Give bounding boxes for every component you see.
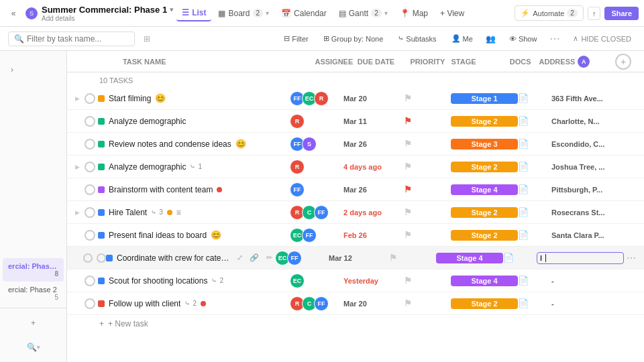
expand-button[interactable] — [72, 185, 82, 194]
avatar-group: R C FF — [290, 296, 343, 311]
table-row[interactable]: Review notes and condense ideas 😊 FF S M… — [67, 133, 644, 156]
stage-badge[interactable]: Stage 2 — [451, 162, 518, 172]
project-title-chevron[interactable]: ▾ — [170, 5, 174, 14]
add-column-button[interactable]: + — [615, 54, 631, 70]
nav-map[interactable]: 📍 Map — [394, 6, 433, 21]
people-icon[interactable]: 👥 — [483, 31, 499, 47]
topbar-nav: ☰ List ▦ Board 2 ▾ 📅 Calendar ▤ Gantt 2 … — [176, 5, 512, 21]
task-checkbox[interactable] — [83, 253, 93, 263]
task-address-editing[interactable]: I — [537, 252, 624, 264]
doc-icon[interactable]: 📄 — [518, 298, 529, 309]
task-checkbox[interactable] — [85, 298, 95, 309]
task-checkbox[interactable] — [85, 207, 95, 218]
row-actions: ⤢ 🔗 ✏ — [233, 252, 275, 264]
stage-badge[interactable]: Stage 2 — [451, 298, 518, 309]
show-button[interactable]: 👁 Show — [504, 33, 542, 45]
stage-badge[interactable]: Stage 2 — [451, 207, 518, 218]
expand-button[interactable] — [72, 231, 82, 240]
search-input[interactable] — [27, 34, 129, 44]
expand-button[interactable] — [72, 139, 82, 149]
doc-icon[interactable]: 📄 — [503, 253, 514, 263]
doc-icon[interactable]: 📄 — [518, 162, 529, 172]
task-priority: ⚑ — [404, 116, 451, 126]
sidebar-search-icon: 🔍 — [27, 343, 37, 352]
table-row[interactable]: ▶ Analyze demographic ⤷ 1 R 4 days ago ⚑ — [67, 156, 644, 178]
expand-button[interactable]: ▶ — [72, 94, 82, 103]
share-button[interactable]: Share — [604, 7, 639, 20]
table-row[interactable]: Follow up with client ⤷ 2 R C FF Mar 20 … — [67, 292, 644, 315]
project-add-details[interactable]: Add details — [42, 15, 174, 22]
project-title: Summer Commercial: Phase 1 — [42, 5, 167, 15]
task-checkbox[interactable] — [85, 230, 95, 241]
hide-closed-button[interactable]: ∧ HIDE CLOSED — [568, 32, 636, 45]
nav-calendar[interactable]: 📅 Calendar — [276, 6, 332, 21]
doc-icon[interactable]: 📄 — [518, 184, 529, 195]
task-checkbox[interactable] — [85, 93, 95, 104]
sidebar-add-button[interactable]: + — [24, 314, 43, 333]
stage-badge[interactable]: Stage 1 — [451, 93, 518, 104]
link-icon[interactable]: 🔗 — [248, 252, 260, 264]
nav-add-view[interactable]: + View — [435, 6, 470, 21]
me-button[interactable]: 👤 Me — [447, 32, 478, 45]
doc-icon[interactable]: 📄 — [518, 116, 529, 127]
sidebar-item-phase1[interactable]: ercial: Phase 1 8 — [3, 258, 64, 282]
nav-gantt[interactable]: ▤ Gantt 2 ▾ — [333, 6, 393, 21]
expand-button[interactable] — [72, 276, 82, 286]
stage-badge[interactable]: Stage 2 — [451, 116, 518, 127]
topbar-right: ⚡ Automate 2 ↑ Share — [515, 5, 639, 21]
resize-icon[interactable]: ⤢ — [233, 252, 246, 264]
expand-button[interactable]: ▶ — [72, 208, 82, 217]
task-dot — [98, 232, 105, 239]
sidebar-search-button[interactable]: 🔍 ▾ — [24, 338, 43, 357]
avatar: FF — [314, 296, 329, 311]
edit-icon[interactable]: ✏ — [263, 252, 275, 264]
stage-badge[interactable]: Stage 4 — [436, 253, 503, 263]
task-dot — [106, 255, 113, 261]
equals-icon: ≡ — [176, 208, 181, 217]
stage-badge[interactable]: Stage 4 — [451, 184, 518, 195]
table-row[interactable]: ▶ Start filming 😊 FF EC R Mar 20 ⚑ Stage… — [67, 87, 644, 110]
share-dropdown-button[interactable]: ↑ — [588, 7, 601, 20]
expand-button[interactable] — [72, 253, 82, 263]
nav-list[interactable]: ☰ List — [176, 5, 211, 21]
new-task-button[interactable]: + + New task — [67, 315, 644, 333]
group-by-button[interactable]: ⊞ Group by: None — [319, 32, 388, 45]
task-checkbox[interactable] — [85, 116, 95, 127]
address-badge: A — [578, 56, 590, 68]
table-row[interactable]: Brainstorm with content team FF Mar 26 ⚑… — [67, 178, 644, 201]
expand-button[interactable] — [72, 117, 82, 126]
task-due-date: 2 days ago — [343, 208, 404, 217]
table-row[interactable]: Coordinate with crew for catering ⤢ 🔗 ✏ … — [67, 247, 644, 269]
expand-button[interactable]: ▶ — [72, 162, 82, 172]
task-checkbox[interactable] — [85, 139, 95, 149]
filter-button[interactable]: ⊟ Filter — [279, 32, 313, 45]
subtasks-button[interactable]: ⤷ Subtasks — [393, 32, 441, 45]
sidebar-icons: + 🔍 ▾ — [0, 308, 66, 362]
stage-badge[interactable]: Stage 4 — [451, 276, 518, 286]
doc-icon[interactable]: 📄 — [518, 230, 529, 241]
task-checkbox[interactable] — [85, 184, 95, 195]
table-row[interactable]: ▶ Hire Talent ⤷ 3 ≡ R C FF — [67, 201, 644, 224]
doc-icon[interactable]: 📄 — [518, 207, 529, 218]
expand-button[interactable] — [72, 299, 82, 308]
doc-icon[interactable]: 📄 — [518, 276, 529, 286]
nav-board[interactable]: ▦ Board 2 ▾ — [213, 6, 274, 21]
table-row[interactable]: Present final ideas to board 😊 EC FF Feb… — [67, 224, 644, 247]
stage-badge[interactable]: Stage 2 — [451, 230, 518, 241]
table-row[interactable]: Scout for shooting locations ⤷ 2 EC Yest… — [67, 269, 644, 292]
task-stage: Stage 2 — [451, 298, 518, 309]
layout-icon[interactable]: ⊞ — [140, 32, 154, 46]
table-row[interactable]: Analyze demographic R Mar 11 ⚑ Stage 2 📄… — [67, 110, 644, 133]
sidebar-item-phase2[interactable]: ercial: Phase 2 5 — [3, 282, 64, 305]
task-checkbox[interactable] — [85, 276, 95, 286]
task-checkbox[interactable] — [85, 162, 95, 172]
doc-icon[interactable]: 📄 — [518, 93, 529, 104]
automate-button[interactable]: ⚡ Automate 2 — [515, 5, 584, 21]
doc-icon[interactable]: 📄 — [518, 139, 529, 149]
row-more-button[interactable]: ⋯ — [624, 253, 639, 263]
task-checkbox-2[interactable] — [97, 253, 106, 263]
sidebar-collapse-button[interactable]: › — [5, 56, 19, 83]
collapse-sidebar-button[interactable]: « — [5, 5, 21, 21]
stage-badge[interactable]: Stage 3 — [451, 139, 518, 149]
more-options-button[interactable]: ⋯ — [547, 31, 563, 47]
